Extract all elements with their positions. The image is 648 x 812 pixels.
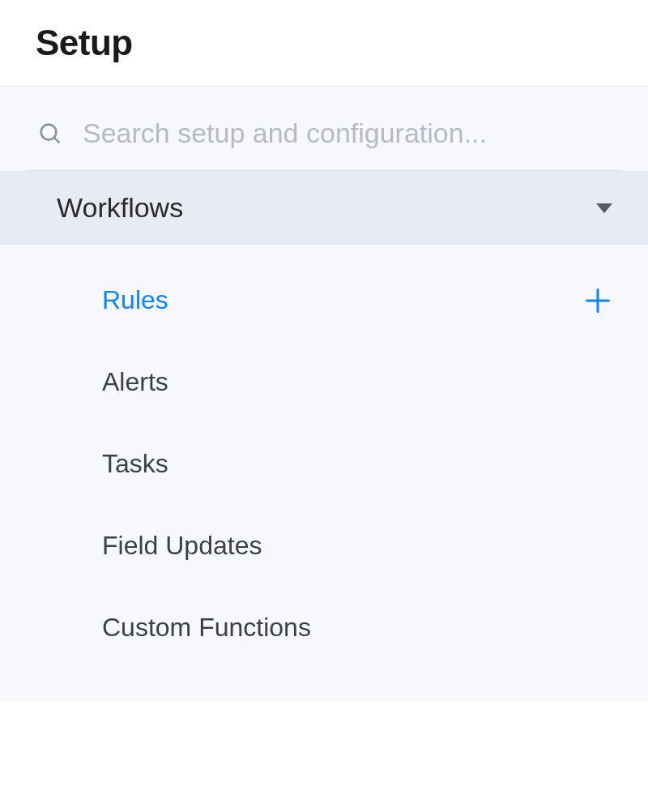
plus-icon[interactable]	[583, 286, 612, 315]
nav-item-label: Rules	[102, 285, 168, 315]
section-workflows[interactable]: Workflows	[0, 171, 648, 245]
svg-line-1	[54, 137, 59, 142]
setup-panel: Setup Workflows Rules	[0, 0, 648, 812]
chevron-down-icon	[596, 203, 612, 213]
page-header: Setup	[0, 0, 648, 87]
nav-item-label: Tasks	[102, 449, 168, 479]
nav-item-label: Field Updates	[102, 531, 262, 561]
section-title: Workflows	[57, 192, 183, 224]
page-title: Setup	[36, 23, 648, 63]
nav-item-alerts[interactable]: Alerts	[0, 341, 648, 423]
nav-item-label: Custom Functions	[102, 613, 311, 643]
nav-item-tasks[interactable]: Tasks	[0, 423, 648, 505]
section-items: Rules Alerts Tasks Field Updates Custom …	[0, 245, 648, 701]
nav-item-field-updates[interactable]: Field Updates	[0, 505, 648, 587]
nav-item-custom-functions[interactable]: Custom Functions	[0, 587, 648, 669]
nav-item-rules[interactable]: Rules	[0, 259, 648, 341]
search-icon	[37, 121, 63, 147]
search-area	[0, 87, 648, 171]
search-row	[26, 116, 622, 171]
search-input[interactable]	[83, 118, 612, 149]
nav-item-label: Alerts	[102, 367, 168, 397]
